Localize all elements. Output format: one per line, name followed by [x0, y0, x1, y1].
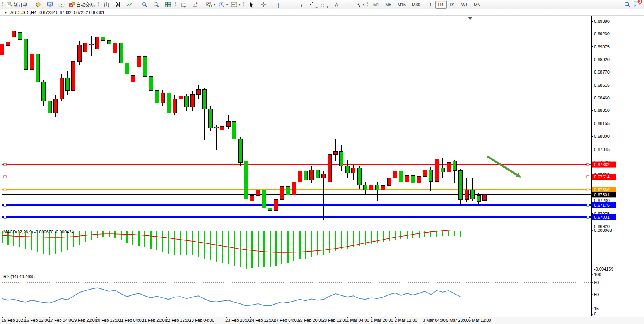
- chart-shift-icon: [192, 2, 198, 8]
- arrows-tool-button[interactable]: ▾: [354, 0, 366, 9]
- indicators-button[interactable]: ▾: [205, 0, 217, 9]
- equidistant-channel-icon: [309, 2, 315, 8]
- time-axis-label: 21 Feb 20:00: [142, 318, 167, 322]
- candle: [465, 190, 468, 200]
- channel-tool-button[interactable]: E: [307, 0, 319, 9]
- bar-chart-mode-button[interactable]: [101, 0, 112, 9]
- candle: [441, 168, 445, 172]
- symbol-dropdown-icon[interactable]: ▼: [4, 11, 7, 14]
- price-line-label: 0.67301: [594, 192, 610, 197]
- line-handle: [587, 216, 589, 218]
- candle: [30, 54, 34, 70]
- tab-timeframe-m1[interactable]: M1: [370, 1, 382, 9]
- autotrading-icon: [69, 2, 75, 8]
- zoom-out-button[interactable]: [150, 0, 162, 9]
- tab-timeframe-m15[interactable]: M15: [395, 1, 409, 9]
- tab-timeframe-w1[interactable]: W1: [458, 1, 471, 9]
- candle: [411, 176, 415, 183]
- time-axis-label: 15 Feb 2023: [2, 318, 26, 322]
- line-chart-icon: [126, 2, 133, 8]
- rsi-label: RSI(14) 44.4695: [3, 274, 35, 279]
- trendline-icon: /: [301, 2, 302, 8]
- candle: [453, 161, 456, 171]
- trendline-tool-button[interactable]: /: [296, 0, 307, 9]
- candle: [161, 93, 165, 103]
- zoom-out-icon: [153, 2, 159, 8]
- vertical-line-tool-button[interactable]: |: [273, 0, 284, 9]
- search-icon: [624, 2, 630, 8]
- mt4-window: 新订单 自动交易: [0, 0, 644, 324]
- auto-scroll-button[interactable]: [178, 0, 190, 9]
- cursor-tool-button[interactable]: [246, 0, 258, 9]
- time-axis-label: 22 Feb 12:00: [166, 318, 191, 322]
- candle: [220, 126, 224, 130]
- candle: [48, 101, 51, 113]
- toolbar-separator: [203, 2, 203, 8]
- toolbar-separator: [137, 2, 137, 8]
- tab-timeframe-h1[interactable]: H1: [423, 1, 435, 9]
- line-handle: [587, 176, 589, 178]
- chart-ohlc-values: 0.67232 0.67302 0.67232 0.67301: [39, 10, 104, 15]
- channel-e-label: E: [315, 5, 317, 9]
- market-watch-button[interactable]: [44, 0, 56, 9]
- candlestick-mode-button[interactable]: [112, 0, 124, 9]
- toolbar-drag-handle[interactable]: [2, 2, 4, 8]
- tile-windows-button[interactable]: [162, 0, 174, 9]
- line-handle: [587, 189, 589, 191]
- chart-shift-button[interactable]: [190, 0, 201, 9]
- price-tick-label: 0.67845: [594, 147, 610, 152]
- notifications-button[interactable]: 1: [633, 1, 640, 9]
- tab-timeframe-mn[interactable]: MN: [471, 1, 483, 9]
- autotrading-button[interactable]: 自动交易: [67, 0, 96, 9]
- new-order-button[interactable]: 新订单: [5, 0, 29, 9]
- candle: [184, 96, 188, 107]
- candle: [417, 177, 421, 183]
- toolbar-drag-handle[interactable]: [97, 2, 99, 8]
- line-handle: [4, 189, 6, 191]
- search-button[interactable]: [622, 0, 633, 9]
- price-tick-label: 0.68310: [594, 108, 610, 113]
- fibonacci-tool-button[interactable]: F: [319, 0, 331, 9]
- dropdown-arrow-icon: ▾: [239, 3, 240, 7]
- signals-button[interactable]: [56, 0, 67, 9]
- zoom-in-button[interactable]: [139, 0, 150, 9]
- line-handle: [4, 216, 6, 218]
- candle: [113, 43, 117, 53]
- candle: [482, 195, 486, 201]
- time-axis-label: 19 Feb 23:00: [72, 318, 97, 322]
- toolbar-drag-handle[interactable]: [175, 2, 177, 8]
- candle: [340, 151, 343, 166]
- candle: [65, 78, 69, 90]
- candle: [304, 171, 307, 180]
- tab-timeframe-m5[interactable]: M5: [382, 1, 394, 9]
- horizontal-line-tool-button[interactable]: —: [284, 0, 296, 9]
- candle: [208, 109, 212, 128]
- charts-button[interactable]: [32, 0, 44, 9]
- price-tick-label: 0.69230: [594, 31, 610, 36]
- crosshair-icon: [260, 2, 266, 8]
- price-tick-label: 0.68615: [594, 83, 610, 87]
- price-tick-label: 0.68155: [594, 121, 610, 126]
- label-tool-button[interactable]: T: [342, 0, 354, 9]
- text-tool-button[interactable]: A: [331, 0, 342, 9]
- time-axis-label: 28 Feb 12:00: [322, 318, 347, 322]
- line-chart-mode-button[interactable]: [124, 0, 135, 9]
- candle: [357, 168, 361, 185]
- chart-canvas[interactable]: 0.693800.692300.690750.689200.687700.686…: [0, 16, 644, 324]
- price-tick-label: 0.68920: [594, 57, 610, 62]
- candle: [393, 171, 397, 178]
- candle: [137, 56, 141, 67]
- toolbar-drag-handle[interactable]: [367, 2, 369, 8]
- crosshair-tool-button[interactable]: [258, 0, 269, 9]
- toolbar-drag-handle[interactable]: [243, 2, 245, 8]
- tab-timeframe-m30[interactable]: M30: [409, 1, 423, 9]
- templates-button[interactable]: ▾: [229, 0, 242, 9]
- candle: [333, 151, 337, 155]
- candle: [262, 190, 266, 208]
- candle: [322, 174, 326, 178]
- tab-timeframe-h4[interactable]: H4: [435, 1, 447, 9]
- periods-button[interactable]: ▾: [217, 0, 229, 9]
- tab-timeframe-d1[interactable]: D1: [447, 1, 458, 9]
- candle: [244, 161, 248, 199]
- gold-diamond-icon: [35, 2, 41, 8]
